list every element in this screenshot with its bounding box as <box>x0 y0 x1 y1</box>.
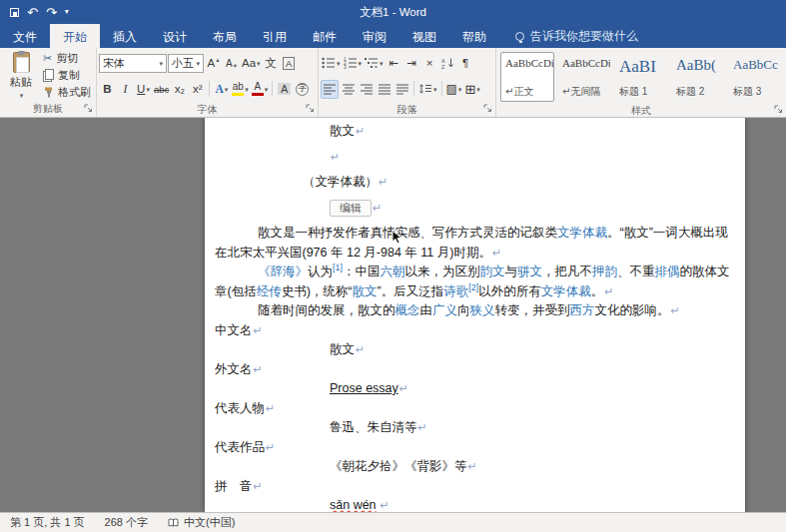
italic-button[interactable]: I <box>117 80 134 99</box>
tab-help[interactable]: 帮助 <box>449 24 499 48</box>
document-page[interactable]: 散文↵↵（文学体裁）↵编辑↵散文是一种抒发作者真情实感、写作方式灵活的记叙类文学… <box>205 118 745 512</box>
copy-button[interactable]: 复制 <box>40 68 94 84</box>
font-size-select[interactable]: 小五 ▾ <box>168 54 204 73</box>
justify-button[interactable] <box>376 80 393 99</box>
paragraph-dialog-launcher[interactable] <box>483 104 492 115</box>
style-normal[interactable]: AaBbCcDi↵正文 <box>500 52 554 102</box>
tab-file[interactable]: 文件 <box>0 24 50 48</box>
line-spacing-button[interactable]: ▾ <box>417 80 438 99</box>
text-run: 与 <box>505 265 518 278</box>
clipboard-dialog-launcher[interactable] <box>84 104 93 115</box>
hyperlink-text[interactable]: 排偶 <box>655 265 680 278</box>
text-run: 《朝花夕拾》《背影》等 <box>330 459 467 473</box>
word-count[interactable]: 268 个字 <box>105 515 148 530</box>
format-painter-button[interactable]: 格式刷 <box>40 85 94 101</box>
edit-button[interactable]: 编辑 <box>330 200 372 217</box>
tab-view[interactable]: 视图 <box>399 24 449 48</box>
tab-mailings[interactable]: 邮件 <box>300 24 350 48</box>
paragraph-2: 《辞海》认为[1]：中国六朝以来，为区别韵文与骈文，把凡不押韵、不重排偶的散体文… <box>215 263 735 301</box>
tab-review[interactable]: 审阅 <box>350 24 399 48</box>
paragraph-group-label: 段落 <box>397 103 417 117</box>
text-run: 拼 音 <box>215 479 253 493</box>
tab-design[interactable]: 设计 <box>150 24 200 48</box>
enclose-characters-button[interactable]: 字 <box>294 80 311 99</box>
hyperlink-text[interactable]: 散文 <box>353 284 378 298</box>
hyperlink-text[interactable]: 概念 <box>395 303 420 317</box>
align-center-button[interactable] <box>340 80 357 99</box>
hyperlink-text[interactable]: 经传 <box>257 284 282 298</box>
hyperlink-text[interactable]: 押韵 <box>592 265 617 278</box>
text-run: [2] <box>468 281 478 291</box>
underline-button[interactable]: U▾ <box>135 80 152 99</box>
qat-customize-button[interactable]: ▾ <box>65 8 69 16</box>
paste-label: 粘贴 <box>10 75 32 90</box>
change-case-button[interactable]: Aa▾ <box>241 54 262 73</box>
tab-home[interactable]: 开始 <box>50 24 100 48</box>
decrease-indent-button[interactable]: ⇤ <box>386 54 402 73</box>
hyperlink-text[interactable]: 文学体裁 <box>541 284 591 298</box>
show-formatting-marks-button[interactable]: ¶ <box>457 54 474 73</box>
grow-font-button[interactable]: A▴ <box>205 54 222 73</box>
hyperlink-text[interactable]: 六朝 <box>381 265 405 278</box>
text-run: 向 <box>457 303 470 317</box>
hyperlink-text[interactable]: 诗歌 <box>443 284 468 298</box>
style-heading2[interactable]: AaBb(标题 2 <box>671 52 725 102</box>
asian-layout-button[interactable]: × <box>421 54 438 73</box>
tab-layout[interactable]: 布局 <box>200 24 250 48</box>
paste-button[interactable]: 粘贴 ▾ <box>2 50 40 101</box>
distribute-button[interactable] <box>393 80 410 99</box>
text-run: 鲁迅、朱自清等 <box>330 420 417 434</box>
numbering-button[interactable]: 123▾ <box>343 54 364 73</box>
font-dialog-launcher[interactable] <box>306 104 315 115</box>
text-run: 随着时间的发展，散文的 <box>258 303 395 317</box>
language-indicator[interactable]: 中文(中国) <box>168 515 235 530</box>
align-left-button[interactable] <box>321 80 339 99</box>
font-color-button[interactable]: A▾ <box>251 80 270 99</box>
shrink-font-button[interactable]: A▾ <box>223 54 240 73</box>
chevron-down-icon: ▾ <box>245 86 249 93</box>
text-effects-button[interactable]: A▾ <box>213 80 230 99</box>
tab-references[interactable]: 引用 <box>250 24 300 48</box>
style-heading3[interactable]: AaBbCc标题 3 <box>728 52 782 102</box>
svg-text:3: 3 <box>344 65 347 69</box>
style-heading1[interactable]: AaBI标题 1 <box>614 52 668 102</box>
tell-me-box[interactable]: 告诉我你想要做什么 <box>505 24 648 48</box>
character-shading-button[interactable]: A <box>276 80 293 99</box>
hyperlink-text[interactable]: 文学体裁 <box>557 226 607 240</box>
styles-dialog-launcher[interactable] <box>774 105 783 116</box>
field-label-chinese-name: 中文名↵ <box>215 321 735 341</box>
increase-indent-button[interactable]: ⇥ <box>403 54 420 73</box>
text-run: 。 <box>591 284 604 298</box>
hyperlink-text[interactable]: 广义 <box>432 303 457 317</box>
phonetic-guide-button[interactable]: 文 <box>263 54 280 73</box>
word-window: ↶ ↷ ▾ 文档1 - Word 文件 开始 插入 设计 布局 引用 邮件 审阅… <box>0 0 786 532</box>
hyperlink-text[interactable]: 西方 <box>570 303 595 317</box>
edit-line: 编辑↵ <box>215 199 735 219</box>
tab-insert[interactable]: 插入 <box>100 24 150 48</box>
shading-icon: ▨ <box>446 82 457 96</box>
align-right-button[interactable] <box>358 80 375 99</box>
bold-button[interactable]: B <box>99 80 116 99</box>
superscript-button[interactable]: x² <box>189 80 206 99</box>
shading-button[interactable]: ▨▾ <box>445 80 463 99</box>
character-border-button[interactable]: A <box>281 54 298 73</box>
font-name-select[interactable]: 宋体 ▾ <box>99 54 167 73</box>
save-button[interactable] <box>10 8 19 17</box>
borders-icon: ⊞ <box>464 82 475 97</box>
highlight-color-button[interactable]: ab▾ <box>231 80 250 99</box>
subscript-button[interactable]: x₂ <box>171 80 188 99</box>
hyperlink-text[interactable]: 韵文 <box>480 265 505 278</box>
bullets-button[interactable]: ▾ <box>321 54 342 73</box>
sort-button[interactable]: AZ <box>439 54 456 73</box>
strikethrough-button[interactable]: abc <box>153 80 170 99</box>
redo-button[interactable]: ↷ <box>46 6 57 19</box>
hyperlink-text[interactable]: 狭义 <box>470 303 495 317</box>
multilevel-list-button[interactable]: ▾ <box>364 54 385 73</box>
cut-button[interactable]: ✂ 剪切 <box>40 51 94 67</box>
borders-button[interactable]: ⊞▾ <box>463 80 480 99</box>
hyperlink-text[interactable]: 《辞海》 <box>258 265 308 278</box>
hyperlink-text[interactable]: 骈文 <box>517 265 542 278</box>
style-no-spacing[interactable]: AaBbCcDi↵无间隔 <box>557 52 611 102</box>
undo-button[interactable]: ↶ <box>27 6 38 19</box>
page-indicator[interactable]: 第 1 页, 共 1 页 <box>10 515 85 530</box>
